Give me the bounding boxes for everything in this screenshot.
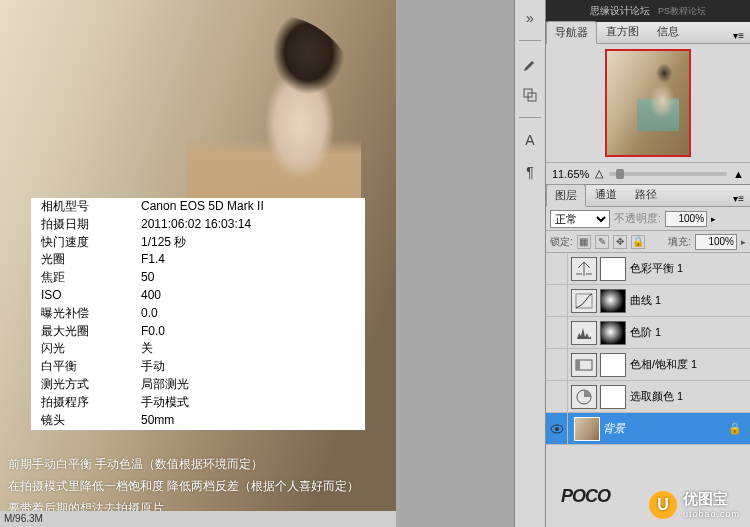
fill-label: 填充: <box>668 235 691 249</box>
clone-source-icon[interactable] <box>518 83 542 107</box>
exif-row: 测光方式局部测光 <box>31 376 365 394</box>
utobao-logo-icon: U <box>649 491 677 519</box>
exif-value: F0.0 <box>141 323 165 341</box>
layer-thumbnail <box>574 417 600 441</box>
layers-tabs: 图层 通道 路径 ▾≡ <box>546 185 750 207</box>
lock-all-icon[interactable]: 🔒 <box>631 235 645 249</box>
watermark-left: 思缘设计论坛 <box>590 4 650 18</box>
lock-pixels-icon[interactable]: ✎ <box>595 235 609 249</box>
panel-menu-icon[interactable]: ▾≡ <box>727 191 750 206</box>
collapse-icon[interactable]: » <box>518 6 542 30</box>
visibility-toggle[interactable] <box>546 285 568 317</box>
layer-row[interactable]: 色彩平衡 1 <box>546 253 750 285</box>
brush-presets-icon[interactable] <box>518 51 542 75</box>
character-panel-icon[interactable]: A <box>518 128 542 152</box>
nav-thumb-subject <box>637 63 679 131</box>
visibility-toggle[interactable] <box>546 253 568 285</box>
svg-rect-4 <box>576 360 580 370</box>
layer-mask-thumbnail <box>600 257 626 281</box>
exif-row: 焦距50 <box>31 269 365 287</box>
opacity-input[interactable] <box>665 211 707 227</box>
zoom-slider-thumb[interactable] <box>616 169 624 179</box>
exif-value: Canon EOS 5D Mark II <box>141 198 264 216</box>
lock-controls-row: 锁定: ▦ ✎ ✥ 🔒 填充: ▸ <box>546 231 750 253</box>
exif-label: 闪光 <box>41 340 141 358</box>
exif-row: 快门速度1/125 秒 <box>31 234 365 252</box>
exif-value: 手动 <box>141 358 165 376</box>
adjustment-icon <box>571 353 597 377</box>
tab-layers[interactable]: 图层 <box>546 184 586 207</box>
exif-row: 拍摄日期2011:06:02 16:03:14 <box>31 216 365 234</box>
exif-label: 相机型号 <box>41 198 141 216</box>
visibility-toggle[interactable] <box>546 349 568 381</box>
layers-panel: 图层 通道 路径 ▾≡ 正常 不透明度: ▸ 锁定: ▦ ✎ ✥ 🔒 填充: ▸… <box>546 185 750 527</box>
exif-label: 快门速度 <box>41 234 141 252</box>
layer-mask-thumbnail <box>600 385 626 409</box>
note-line: 前期手动白平衡 手动色温（数值根据环境而定） <box>8 453 359 475</box>
layer-mask-thumbnail <box>600 353 626 377</box>
watermark-right: PS教程论坛 <box>658 5 706 18</box>
layer-row[interactable]: 色阶 1 <box>546 317 750 349</box>
exif-label: 最大光圈 <box>41 323 141 341</box>
navigator-preview[interactable] <box>546 44 750 162</box>
layer-name: 色彩平衡 1 <box>630 261 746 276</box>
document-canvas[interactable]: 相机型号Canon EOS 5D Mark II拍摄日期2011:06:02 1… <box>0 0 396 527</box>
exif-row: 闪光关 <box>31 340 365 358</box>
tab-navigator[interactable]: 导航器 <box>546 21 597 44</box>
layer-name: 选取颜色 1 <box>630 389 746 404</box>
exif-value: 手动模式 <box>141 394 189 412</box>
exif-label: 拍摄日期 <box>41 216 141 234</box>
zoom-out-icon[interactable]: △ <box>595 167 603 180</box>
exif-label: 镜头 <box>41 412 141 430</box>
exif-row: 光圈F1.4 <box>31 251 365 269</box>
watermark-bar: 思缘设计论坛 PS教程论坛 <box>546 0 750 22</box>
utobao-name: 优图宝 <box>683 490 728 507</box>
poco-watermark: POCO <box>561 486 610 507</box>
exif-label: 曝光补偿 <box>41 305 141 323</box>
visibility-toggle[interactable] <box>546 317 568 349</box>
fill-arrow-icon[interactable]: ▸ <box>741 237 746 247</box>
tab-channels[interactable]: 通道 <box>586 183 626 206</box>
zoom-in-icon[interactable]: ▲ <box>733 168 744 180</box>
svg-rect-2 <box>576 294 592 308</box>
exif-value: F1.4 <box>141 251 165 269</box>
panel-menu-icon[interactable]: ▾≡ <box>727 28 750 43</box>
exif-row: 镜头50mm <box>31 412 365 430</box>
visibility-toggle[interactable] <box>546 381 568 413</box>
lock-transparency-icon[interactable]: ▦ <box>577 235 591 249</box>
exif-row: ISO400 <box>31 287 365 305</box>
navigator-tabs: 导航器 直方图 信息 ▾≡ <box>546 22 750 44</box>
right-panel-column: 思缘设计论坛 PS教程论坛 导航器 直方图 信息 ▾≡ 11.65% △ ▲ 图… <box>546 0 750 527</box>
workspace-background <box>396 0 514 527</box>
utobao-watermark: U 优图宝 utobao.com <box>649 490 740 519</box>
layer-name: 色相/饱和度 1 <box>630 357 746 372</box>
note-line: 在拍摄模式里降低一档饱和度 降低两档反差（根据个人喜好而定） <box>8 475 359 497</box>
layer-row[interactable]: 选取颜色 1 <box>546 381 750 413</box>
exif-label: ISO <box>41 287 141 305</box>
exif-row: 拍摄程序手动模式 <box>31 394 365 412</box>
fill-input[interactable] <box>695 234 737 250</box>
paragraph-panel-icon[interactable]: ¶ <box>518 160 542 184</box>
zoom-slider[interactable] <box>609 172 727 176</box>
layer-row[interactable]: 背景🔒 <box>546 413 750 445</box>
exif-info-panel: 相机型号Canon EOS 5D Mark II拍摄日期2011:06:02 1… <box>31 198 365 430</box>
exif-row: 最大光圈F0.0 <box>31 323 365 341</box>
blend-mode-select[interactable]: 正常 <box>550 210 610 228</box>
exif-row: 白平衡手动 <box>31 358 365 376</box>
tab-paths[interactable]: 路径 <box>626 183 666 206</box>
opacity-arrow-icon[interactable]: ▸ <box>711 214 716 224</box>
navigator-thumbnail[interactable] <box>605 49 691 157</box>
lock-position-icon[interactable]: ✥ <box>613 235 627 249</box>
exif-value: 2011:06:02 16:03:14 <box>141 216 251 234</box>
tab-info[interactable]: 信息 <box>648 20 688 43</box>
exif-value: 400 <box>141 287 161 305</box>
layer-row[interactable]: 色相/饱和度 1 <box>546 349 750 381</box>
visibility-toggle[interactable] <box>546 413 568 445</box>
exif-row: 曝光补偿0.0 <box>31 305 365 323</box>
tab-histogram[interactable]: 直方图 <box>597 20 648 43</box>
exif-label: 白平衡 <box>41 358 141 376</box>
adjustment-icon <box>571 289 597 313</box>
zoom-value: 11.65% <box>552 168 589 180</box>
layer-row[interactable]: 曲线 1 <box>546 285 750 317</box>
exif-value: 50mm <box>141 412 174 430</box>
